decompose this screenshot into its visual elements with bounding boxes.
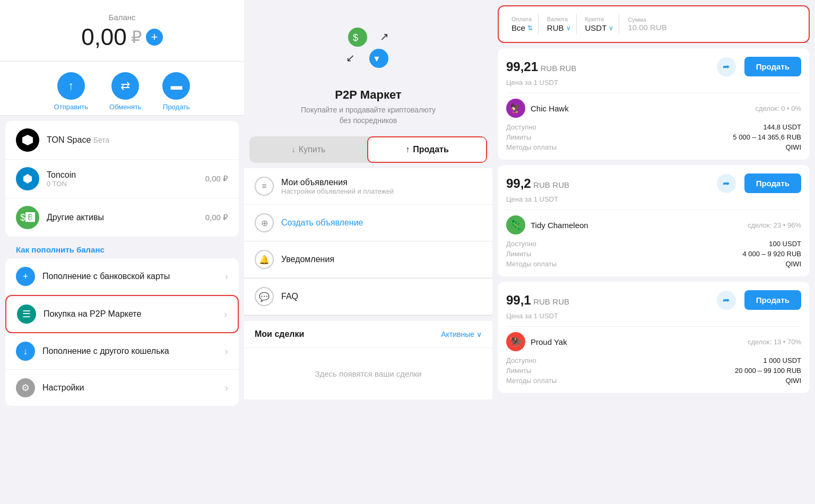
notifications-icon: 🔔: [255, 250, 274, 269]
payment-filter[interactable]: Оплата Все ⇅: [506, 14, 539, 34]
crypto-filter[interactable]: Крипта USDT ∨: [580, 14, 620, 34]
faq-menu-item[interactable]: 💬 FAQ: [244, 279, 492, 315]
sell-button[interactable]: ▬ Продать: [162, 72, 190, 111]
create-ad-menu-item[interactable]: ⊕ Создать объявление: [244, 205, 492, 241]
svg-marker-1: [23, 174, 32, 184]
other-assets-icon: $🅱: [16, 206, 39, 229]
offer-2-currency: RUB: [533, 180, 550, 189]
asset-toncoin-info: Toncoin 0 TON: [47, 170, 205, 188]
tab-buy[interactable]: ↓ Купить: [249, 136, 367, 163]
offer-1-divider: [506, 93, 801, 93]
offer-2-currency-label: RUB: [552, 180, 569, 189]
exchange-icon: ⇄: [111, 72, 139, 100]
offer-2-price-block: 99,2 RUB RUB: [506, 176, 569, 191]
offer-1-currency-label: RUB: [560, 64, 577, 73]
send-icon: ↑: [57, 72, 85, 100]
offer-2-available-value: 100 USDT: [654, 240, 801, 248]
offer-card-2: 99,2 RUB RUB ➦ Продать Цена за 1 USDT 🦎 …: [498, 165, 810, 276]
add-balance-button[interactable]: +: [146, 29, 163, 46]
offer-2-user-stats: сделок: 23 • 96%: [748, 221, 801, 229]
crypto-filter-arrow-icon: ∨: [609, 24, 613, 32]
deals-header: Мои сделки Активные ∨: [244, 321, 492, 348]
faq-label: FAQ: [281, 292, 298, 301]
action-buttons: ↑ Отправить ⇄ Обменять ▬ Продать: [0, 62, 244, 116]
buy-sell-tabs: ↓ Купить ↑ Продать: [249, 136, 487, 163]
notifications-label: Уведомления: [281, 255, 334, 264]
offer-3-per: Цена за 1 USDT: [506, 312, 801, 320]
ton-space-name: TON Space Бета: [47, 135, 228, 145]
offer-3-limits-label: Лимиты: [506, 367, 654, 375]
offer-3-payment-label: Методы оплаты: [506, 377, 654, 385]
offer-3-user-avatar: 🦬: [506, 332, 525, 351]
offer-2-payment-label: Методы оплаты: [506, 260, 654, 268]
offer-3-sell-button[interactable]: Продать: [744, 290, 801, 310]
offer-2-limits-label: Лимиты: [506, 250, 654, 258]
currency-filter-label: Валюта: [547, 16, 571, 22]
middle-panel: $ ▼ ↗ ↙ P2P Маркет Покупайте и продавайт…: [244, 0, 492, 504]
offer-1-per: Цена за 1 USDT: [506, 79, 801, 86]
faq-icon: 💬: [255, 287, 274, 306]
create-ad-title: Создать объявление: [281, 218, 482, 228]
offer-3-available-value: 1 000 USDT: [654, 357, 801, 364]
tab-sell[interactable]: ↑ Продать: [367, 136, 487, 163]
offer-3-details: Доступно 1 000 USDT Лимиты 20 000 – 99 1…: [506, 357, 801, 385]
tab-sell-label: Продать: [413, 145, 449, 154]
notifications-menu-item[interactable]: 🔔 Уведомления: [244, 241, 492, 278]
send-label: Отправить: [54, 103, 88, 111]
p2p-market-label: Покупка на P2P Маркете: [44, 309, 224, 319]
ton-space-icon: [16, 128, 39, 152]
settings-arrow-icon: ›: [225, 383, 228, 394]
deals-title: Мои сделки: [255, 329, 304, 339]
offer-2-divider: [506, 210, 801, 210]
offer-2-available-label: Доступно: [506, 240, 654, 248]
p2p-market-menu-item[interactable]: ☰ Покупка на P2P Маркете ›: [5, 295, 239, 333]
deals-filter-arrow-icon: ∨: [476, 330, 482, 338]
send-button[interactable]: ↑ Отправить: [54, 72, 88, 111]
offer-3-payment-value: QIWI: [654, 377, 801, 385]
bank-card-icon: +: [16, 267, 35, 286]
offer-2-price-row: 99,2 RUB RUB ➦ Продать: [506, 173, 801, 193]
offer-1-currency: RUB: [541, 64, 558, 73]
settings-menu-item[interactable]: ⚙ Настройки ›: [5, 370, 239, 406]
deals-filter-button[interactable]: Активные ∨: [441, 330, 482, 338]
exchange-button[interactable]: ⇄ Обменять: [109, 72, 141, 111]
offer-1-user-avatar: 🦅: [506, 99, 525, 118]
other-wallet-arrow-icon: ›: [225, 346, 228, 357]
offer-3-share-button[interactable]: ➦: [717, 291, 736, 310]
amount-filter-value: 10.00 RUB: [628, 23, 796, 32]
offer-1-details: Доступно 144,8 USDT Лимиты 5 000 – 14 36…: [506, 123, 801, 151]
buy-arrow-icon: ↓: [291, 145, 296, 154]
offer-1-available-value: 144,8 USDT: [654, 123, 801, 131]
left-panel: Баланс 0,00 ₽ + ↑ Отправить ⇄ Обменять ▬…: [0, 0, 244, 504]
how-to-fund-title: Как пополнить баланс: [5, 237, 239, 258]
my-ads-title: Мои объявления: [281, 178, 482, 187]
offers-list: 99,21 RUB RUB ➦ Продать Цена за 1 USDT 🦅…: [492, 43, 815, 398]
offer-1-limits-label: Лимиты: [506, 133, 654, 141]
offer-1-price-row: 99,21 RUB RUB ➦ Продать: [506, 57, 801, 76]
currency-filter-value: RUB ∨: [547, 23, 571, 32]
offer-1-sell-button[interactable]: Продать: [744, 57, 801, 76]
p2p-hero-icon: $ ▼ ↗ ↙: [342, 21, 395, 83]
amount-filter[interactable]: Сумма 10.00 RUB: [622, 14, 801, 34]
other-wallet-menu-item[interactable]: ↓ Пополнение с другого кошелька ›: [5, 333, 239, 370]
bank-card-menu-item[interactable]: + Пополнение с банковской карты ›: [5, 258, 239, 295]
asset-toncoin[interactable]: Toncoin 0 TON 0,00 ₽: [5, 160, 239, 198]
p2p-subtitle-2: без посредников: [340, 116, 397, 126]
asset-other[interactable]: $🅱 Другие активы 0,00 ₽: [5, 198, 239, 237]
offer-1-share-button[interactable]: ➦: [717, 57, 736, 76]
svg-text:↗: ↗: [380, 31, 389, 42]
right-panel: Оплата Все ⇅ Валюта RUB ∨ Крипта USDT ∨ …: [492, 0, 815, 504]
offer-2-sell-button[interactable]: Продать: [744, 173, 801, 193]
p2p-title: P2P Маркет: [335, 88, 401, 102]
amount-filter-label: Сумма: [628, 16, 796, 23]
p2p-market-icon: ☰: [17, 305, 36, 324]
other-assets-name: Другие активы: [47, 213, 205, 222]
offer-2-share-button[interactable]: ➦: [717, 174, 736, 193]
offer-card-3: 99,1 RUB RUB ➦ Продать Цена за 1 USDT 🦬 …: [498, 282, 810, 393]
my-ads-menu-item[interactable]: ≡ Мои объявления Настройки объявлений и …: [244, 168, 492, 205]
offer-2-payment-value: QIWI: [654, 260, 801, 268]
create-ad-info: Создать объявление: [281, 218, 482, 228]
deals-section: Мои сделки Активные ∨ Здесь появятся ваш…: [244, 321, 492, 399]
asset-ton-space[interactable]: TON Space Бета: [5, 121, 239, 160]
currency-filter[interactable]: Валюта RUB ∨: [542, 14, 577, 34]
